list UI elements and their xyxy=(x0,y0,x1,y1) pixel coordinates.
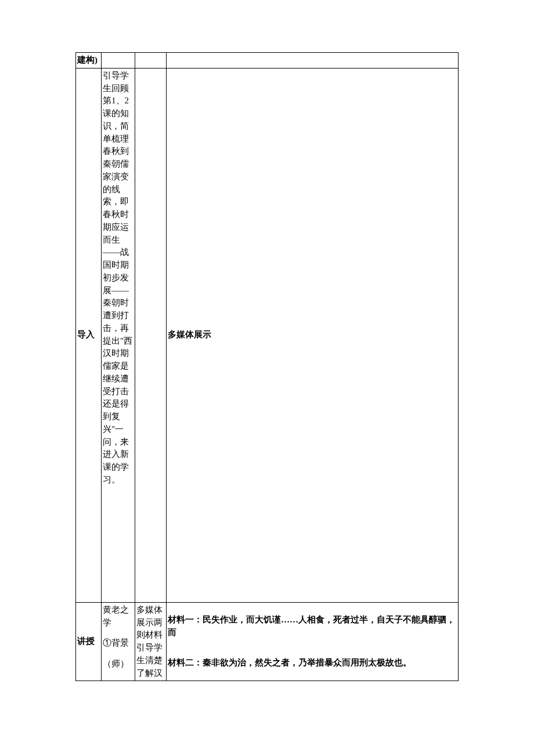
cell-method: 多媒体展示两则材料引导学生清楚了解汉 xyxy=(135,602,167,681)
cell-text-line: ①背景 xyxy=(103,637,134,650)
cell-text-line: （师） xyxy=(103,658,134,671)
cell-jiangshou: 讲授 xyxy=(76,602,102,681)
lesson-table: 建构) 导入 引导学生回顾第1、2课的知识，简单梳理春秋到秦朝儒家演变的线索，即… xyxy=(75,52,459,681)
cell-jian-gou: 建构) xyxy=(76,53,102,69)
cell-guide-text: 引导学生回顾第1、2课的知识，简单梳理春秋到秦朝儒家演变的线索，即春秋时期应运而… xyxy=(102,68,135,602)
cell-huanglao: 黄老之学 ①背景 （师） xyxy=(102,602,135,681)
material-two: 材料二：秦非欲为治，然失之者，乃举措暴众而用刑太极故也。 xyxy=(168,657,457,669)
cell-empty xyxy=(167,53,459,69)
cell-empty xyxy=(102,53,135,69)
table-row: 讲授 黄老之学 ①背景 （师） 多媒体展示两则材料引导学生清楚了解汉 材料一：民… xyxy=(76,602,459,681)
cell-text-line: 黄老之学 xyxy=(103,604,134,629)
cell-empty xyxy=(135,53,167,69)
table-row: 建构) xyxy=(76,53,459,69)
cell-empty xyxy=(135,68,167,602)
cell-materials: 材料一：民失作业，而大饥谨……人相食，死者过半，自天子不能具醇驷，而 材料二：秦… xyxy=(167,602,459,681)
material-one: 材料一：民失作业，而大饥谨……人相食，死者过半，自天子不能具醇驷，而 xyxy=(168,614,457,639)
table-row: 导入 引导学生回顾第1、2课的知识，简单梳理春秋到秦朝儒家演变的线索，即春秋时期… xyxy=(76,68,459,602)
cell-daoru: 导入 xyxy=(76,68,102,602)
cell-multimedia: 多媒体展示 xyxy=(167,68,459,602)
